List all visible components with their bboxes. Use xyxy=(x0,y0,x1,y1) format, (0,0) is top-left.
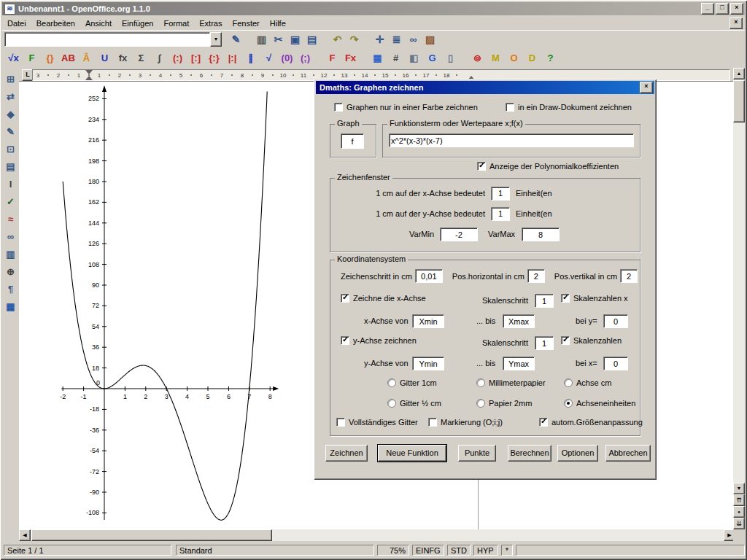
nonprinting-characters-icon[interactable]: ¶ xyxy=(3,281,18,296)
checkbox-draw-y-axis[interactable]: y-Achse zeichnen xyxy=(341,336,417,345)
dialog-close-button[interactable]: × xyxy=(640,82,653,93)
dm-underline-u-icon[interactable]: U xyxy=(96,50,114,66)
dm-m-icon[interactable]: M xyxy=(487,50,505,66)
dm-sqrt-icon[interactable]: √ xyxy=(260,50,278,66)
pos-vertikal-input[interactable] xyxy=(620,269,638,283)
url-input[interactable] xyxy=(4,32,210,47)
radio-achseneinheiten[interactable]: Achseneinheiten xyxy=(564,399,635,408)
checkbox-markierung[interactable]: Markierung (O;i;j) xyxy=(428,418,503,427)
insert-icon[interactable]: ⊞ xyxy=(3,71,18,86)
horizontal-scroll-thumb[interactable] xyxy=(31,529,272,541)
menu-hilfe[interactable]: Hilfe xyxy=(265,18,291,29)
pos-horizontal-input[interactable] xyxy=(527,269,545,283)
dm-function-f-red-icon[interactable]: F xyxy=(323,50,341,66)
dm-beamer-icon[interactable]: ◧ xyxy=(405,50,423,66)
x-skalenschritt-input[interactable] xyxy=(535,294,554,308)
menu-fenster[interactable]: Fenster xyxy=(227,18,264,29)
checkbox-autom-groessenanpassung[interactable]: autom.Größenanpassung xyxy=(539,418,643,427)
checkbox-box[interactable] xyxy=(561,336,570,345)
stylist-icon[interactable]: ≣ xyxy=(388,31,405,47)
y-skalenschritt-input[interactable] xyxy=(535,336,554,350)
bei-x-input[interactable] xyxy=(603,357,628,370)
restore-button[interactable]: □ xyxy=(716,3,729,15)
punkte-button[interactable]: Punkte xyxy=(458,445,496,462)
dm-abs-icon[interactable]: |:| xyxy=(223,50,241,66)
cut-icon[interactable]: ✂ xyxy=(270,31,287,47)
bei-y-input[interactable] xyxy=(603,314,628,328)
x-achse-bis-input[interactable] xyxy=(503,314,535,328)
form-functions-icon[interactable]: ⊡ xyxy=(3,141,18,156)
window-titlebar[interactable]: ≋ Unbenannt1 - OpenOffice.org 1.1.0 _ □ … xyxy=(2,2,745,15)
dm-parens-icon[interactable]: (:) xyxy=(169,50,187,66)
y-achse-von-input[interactable] xyxy=(412,357,444,370)
dm-o-icon[interactable]: O xyxy=(505,50,523,66)
zeichnen-button[interactable]: Zeichnen xyxy=(325,445,368,462)
dm-set-braces-icon[interactable]: {:} xyxy=(205,50,223,66)
dm-graph-grid-icon[interactable]: ▦ xyxy=(368,50,387,66)
first-line-indent-marker[interactable] xyxy=(85,70,93,74)
dm-overline-ab-icon[interactable]: AB xyxy=(59,50,77,66)
dm-document-icon[interactable]: ▯ xyxy=(441,50,460,66)
dm-brackets-icon[interactable]: [:] xyxy=(187,50,205,66)
graph-name-field[interactable]: f xyxy=(341,133,364,149)
checkbox-box[interactable] xyxy=(334,103,343,112)
edit-autotext-icon[interactable]: ▤ xyxy=(3,159,18,174)
y-achse-bis-input[interactable] xyxy=(503,357,535,370)
insert-fields-icon[interactable]: ⇄ xyxy=(3,89,18,104)
varmax-input[interactable] xyxy=(522,228,560,241)
document-close-button[interactable]: × xyxy=(729,18,743,29)
previous-page-icon[interactable]: ⇈ xyxy=(733,494,745,506)
radio-circle[interactable] xyxy=(564,399,573,408)
radio-papier-2mm[interactable]: Papier 2mm xyxy=(476,399,532,408)
dm-red-dot-icon[interactable]: ⊚ xyxy=(468,50,487,66)
menu-bearbeiten[interactable]: Bearbeiten xyxy=(31,18,80,29)
paste-icon[interactable]: ▤ xyxy=(303,31,320,47)
abbrechen-button[interactable]: Abbrechen xyxy=(605,445,651,462)
scroll-left-icon[interactable]: ◀ xyxy=(19,529,31,541)
optionen-button[interactable]: Optionen xyxy=(557,445,598,462)
checkbox-draw-x-axis[interactable]: Zeichne die x-Achse xyxy=(341,294,426,303)
checkbox-box[interactable] xyxy=(506,103,514,112)
checkbox-box[interactable] xyxy=(561,294,570,303)
minimize-button[interactable]: _ xyxy=(701,3,714,15)
zeichenschritt-input[interactable] xyxy=(415,269,443,283)
dm-interval-open-icon[interactable]: (0) xyxy=(278,50,296,66)
redo-icon[interactable]: ↷ xyxy=(346,31,363,47)
dm-interval-icon[interactable]: (;) xyxy=(296,50,314,66)
dm-sqrt-x-icon[interactable]: √x xyxy=(4,50,23,66)
berechnen-button[interactable]: Berechnen xyxy=(508,445,551,462)
navigation-icon[interactable]: ● xyxy=(733,506,745,518)
horizontal-scrollbar[interactable]: ◀ ▶ xyxy=(19,529,735,541)
radio-gitter-halb-cm[interactable]: Gitter ½ cm xyxy=(387,399,441,408)
y-unit-input[interactable] xyxy=(491,207,510,221)
radio-millimeterpapier[interactable]: Millimeterpapier xyxy=(476,378,546,387)
status-insert-mode[interactable]: EINFG xyxy=(412,545,444,556)
radio-circle[interactable] xyxy=(387,399,396,408)
checkbox-draw-document[interactable]: in ein Draw-Dokument zeichnen xyxy=(506,103,632,112)
neue-funktion-button[interactable]: Neue Funktion xyxy=(378,445,446,462)
dm-help-icon[interactable]: ? xyxy=(541,50,560,66)
left-indent-marker[interactable] xyxy=(85,76,93,80)
menu-datei[interactable]: Datei xyxy=(2,18,31,29)
dm-d-icon[interactable]: D xyxy=(523,50,541,66)
vertical-scroll-thumb[interactable] xyxy=(733,80,745,122)
x-unit-input[interactable] xyxy=(491,187,510,201)
menu-einfuegen[interactable]: Einfügen xyxy=(117,18,158,29)
copy-icon[interactable]: ▣ xyxy=(287,31,303,47)
combo-dropdown-icon[interactable]: ▼ xyxy=(210,32,222,47)
status-page[interactable]: Seite 1 / 1 xyxy=(4,545,171,556)
scroll-down-icon[interactable]: ▼ xyxy=(733,483,745,494)
dm-function-fx-red-icon[interactable]: Fx xyxy=(341,50,360,66)
checkbox-box[interactable] xyxy=(336,418,345,427)
checkbox-y-scale-numbers[interactable]: Skalenzahlen xyxy=(561,336,622,345)
menu-format[interactable]: Format xyxy=(158,18,194,29)
zoom-icon[interactable]: ⊕ xyxy=(3,264,18,279)
checkbox-single-color[interactable]: Graphen nur in einer Farbe zeichnen xyxy=(334,103,478,112)
gallery-icon[interactable]: ▨ xyxy=(422,31,438,47)
checkbox-box[interactable] xyxy=(341,336,349,345)
print-file-icon[interactable]: ▥ xyxy=(253,31,270,47)
status-hyperlink-mode[interactable]: HYP xyxy=(473,545,498,556)
radio-achse-cm[interactable]: Achse cm xyxy=(564,378,611,387)
graphics-toggle-icon[interactable]: ▦ xyxy=(3,299,18,314)
status-page-style[interactable]: Standard xyxy=(176,545,374,556)
